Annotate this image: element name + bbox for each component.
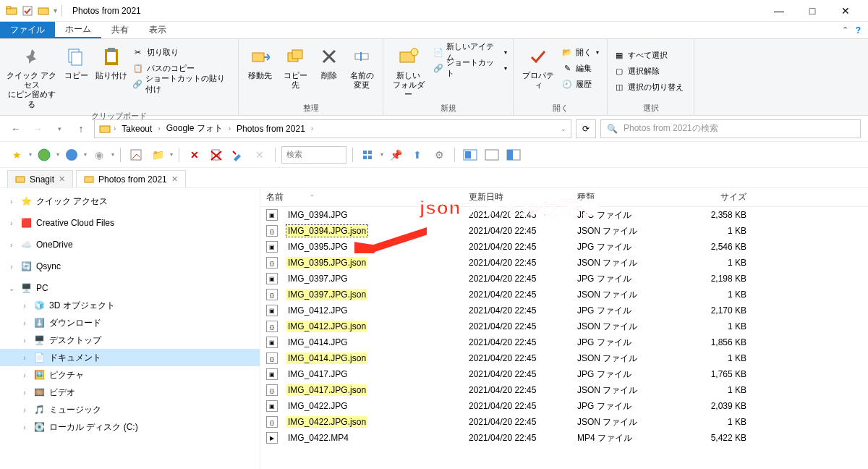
folder-tab-snagit[interactable]: Snagit ✕ bbox=[7, 170, 73, 187]
refresh-button[interactable]: ⟳ bbox=[576, 119, 596, 138]
file-row[interactable]: ▣IMG_0422.JPG 2021/04/20 22:45 JPG ファイル … bbox=[260, 398, 868, 414]
tree-item[interactable]: ›⭐クイック アクセス bbox=[0, 193, 260, 210]
back-button[interactable]: ← bbox=[7, 120, 25, 138]
tab-share[interactable]: 共有 bbox=[101, 22, 139, 38]
navigation-tree[interactable]: ›⭐クイック アクセス›🟥Creative Cloud Files›☁️OneD… bbox=[0, 188, 260, 469]
forward-button[interactable]: → bbox=[29, 120, 46, 138]
copy-button[interactable]: コピー bbox=[61, 42, 90, 80]
file-row[interactable]: ▣IMG_0414.JPG 2021/04/20 22:45 JPG ファイル … bbox=[260, 334, 868, 350]
column-date[interactable]: 更新日時 bbox=[463, 191, 571, 203]
brush-button[interactable] bbox=[229, 145, 247, 164]
expand-icon[interactable]: › bbox=[20, 406, 29, 414]
close-icon[interactable]: ✕ bbox=[171, 174, 178, 184]
new-folder-button[interactable]: 新しい フォルダー bbox=[389, 42, 428, 100]
expand-icon[interactable]: › bbox=[20, 319, 29, 327]
file-row[interactable]: ▣IMG_0397.JPG 2021/04/20 22:45 JPG ファイル … bbox=[260, 271, 868, 287]
file-row[interactable]: {}IMG_0394.JPG.json 2021/04/20 22:45 JSO… bbox=[260, 223, 868, 239]
select-none-button[interactable]: ▢選択解除 bbox=[613, 64, 684, 78]
arrow-up-button[interactable]: ⬆ bbox=[408, 145, 427, 164]
expand-icon[interactable]: › bbox=[7, 241, 16, 249]
expand-icon[interactable]: › bbox=[20, 389, 29, 397]
pane1-button[interactable] bbox=[482, 145, 501, 164]
close-icon[interactable]: ✕ bbox=[59, 174, 65, 184]
file-row[interactable]: ▣IMG_0412.JPG 2021/04/20 22:45 JPG ファイル … bbox=[260, 303, 868, 318]
tab-view[interactable]: 表示 bbox=[139, 22, 176, 38]
address-dropdown[interactable]: ⌄ bbox=[561, 125, 566, 132]
view-button[interactable] bbox=[359, 145, 378, 164]
file-row[interactable]: ▣IMG_0394.JPG 2021/04/20 22:45 JPG ファイル … bbox=[260, 207, 868, 223]
pin2-button[interactable]: 📌 bbox=[386, 145, 405, 164]
file-row[interactable]: {}IMG_0395.JPG.json 2021/04/20 22:45 JSO… bbox=[260, 255, 868, 271]
preview-button[interactable] bbox=[461, 145, 480, 164]
file-row[interactable]: {}IMG_0417.JPG.json 2021/04/20 22:45 JSO… bbox=[260, 382, 868, 398]
delete-x-button[interactable]: ✕ bbox=[185, 145, 204, 164]
new-shortcut-button[interactable]: 🔗ショートカット▾ bbox=[433, 61, 507, 75]
history-dropdown[interactable]: ▾ bbox=[51, 120, 68, 138]
up-button[interactable]: ↑ bbox=[72, 120, 90, 138]
delete-doc-button[interactable] bbox=[207, 145, 226, 164]
favorite-button[interactable]: ★ bbox=[7, 145, 26, 164]
edit-button[interactable]: ✎編集 bbox=[561, 61, 599, 75]
editor-button[interactable] bbox=[127, 145, 145, 164]
toolbar-search-input[interactable]: 検索 bbox=[281, 146, 346, 164]
gear-button[interactable]: ⚙ bbox=[430, 145, 448, 164]
search-box[interactable]: 🔍 Photos from 2021の検索 bbox=[600, 119, 861, 138]
checkbox-icon[interactable] bbox=[22, 5, 33, 17]
move-to-button[interactable]: 移動先 bbox=[244, 42, 276, 80]
maximize-button[interactable]: □ bbox=[796, 0, 829, 22]
tree-item[interactable]: ›🎵ミュージック bbox=[0, 401, 260, 418]
tree-item[interactable]: ›🧊3D オブジェクト bbox=[0, 297, 260, 314]
expand-icon[interactable]: › bbox=[20, 423, 29, 431]
tree-item[interactable]: ›☁️OneDrive bbox=[0, 236, 260, 253]
globe2-button[interactable] bbox=[62, 145, 81, 164]
paste-shortcut-button[interactable]: 🔗ショートカットの貼り付け bbox=[132, 77, 232, 91]
expand-icon[interactable]: › bbox=[7, 219, 16, 227]
file-row[interactable]: ▶IMG_0422.MP4 2021/04/20 22:45 MP4 ファイル … bbox=[260, 430, 868, 446]
address-bar[interactable]: › Takeout › Google フォト › Photos from 202… bbox=[94, 119, 571, 138]
tab-file[interactable]: ファイル bbox=[0, 22, 55, 38]
open-button[interactable]: 📂開く▾ bbox=[561, 45, 599, 59]
pane2-button[interactable] bbox=[504, 145, 523, 164]
breadcrumb[interactable]: Takeout bbox=[119, 124, 155, 134]
properties-button[interactable]: プロパティ bbox=[519, 42, 557, 90]
tab-home[interactable]: ホーム bbox=[55, 22, 101, 38]
tree-item[interactable]: ›💽ローカル ディスク (C:) bbox=[0, 418, 260, 436]
invert-selection-button[interactable]: ◫選択の切り替え bbox=[613, 80, 684, 94]
file-list[interactable]: 名前⌃ 更新日時 種類 サイズ ▣IMG_0394.JPG 2021/04/20… bbox=[260, 188, 868, 469]
copy-to-button[interactable]: コピー先 bbox=[280, 42, 311, 90]
file-row[interactable]: {}IMG_0397.JPG.json 2021/04/20 22:45 JSO… bbox=[260, 287, 868, 303]
tree-item[interactable]: ›📄ドキュメント bbox=[0, 349, 260, 366]
file-row[interactable]: {}IMG_0422.JPG.json 2021/04/20 22:45 JSO… bbox=[260, 414, 868, 430]
globe-button[interactable] bbox=[35, 145, 54, 164]
folder-open-icon[interactable] bbox=[38, 5, 49, 17]
column-size[interactable]: サイズ bbox=[680, 191, 752, 203]
rename-button[interactable]: 名前の 変更 bbox=[347, 42, 377, 90]
breadcrumb[interactable]: Google フォト bbox=[163, 122, 226, 135]
tree-item[interactable]: ⌄🖥️PC bbox=[0, 279, 260, 297]
select-all-button[interactable]: ▦すべて選択 bbox=[613, 48, 684, 62]
tree-item[interactable]: ›🟥Creative Cloud Files bbox=[0, 214, 260, 232]
file-row[interactable]: ▣IMG_0395.JPG 2021/04/20 22:45 JPG ファイル … bbox=[260, 239, 868, 255]
file-row[interactable]: {}IMG_0412.JPG.json 2021/04/20 22:45 JSO… bbox=[260, 318, 868, 334]
folder-tab-photos[interactable]: Photos from 2021 ✕ bbox=[76, 170, 186, 187]
file-row[interactable]: {}IMG_0414.JPG.json 2021/04/20 22:45 JSO… bbox=[260, 350, 868, 366]
expand-icon[interactable]: › bbox=[7, 198, 16, 206]
tree-item[interactable]: ›⬇️ダウンロード bbox=[0, 314, 260, 331]
expand-icon[interactable]: › bbox=[7, 263, 16, 271]
help-icon[interactable]: ? bbox=[856, 25, 861, 35]
column-type[interactable]: 種類 bbox=[571, 191, 680, 203]
file-row[interactable]: ▣IMG_0417.JPG 2021/04/20 22:45 JPG ファイル … bbox=[260, 366, 868, 382]
pin-to-quick-access-button[interactable]: クイック アクセス にピン留めする bbox=[6, 42, 57, 109]
paste-button[interactable]: 貼り付け bbox=[95, 42, 128, 80]
history-button[interactable]: 🕘履歴 bbox=[561, 77, 599, 91]
cut-button[interactable]: ✂切り取り bbox=[132, 45, 232, 59]
globe3-button[interactable]: ◉ bbox=[90, 145, 109, 164]
tree-item[interactable]: ›🎞️ビデオ bbox=[0, 384, 260, 401]
minimize-button[interactable]: — bbox=[762, 0, 796, 22]
delete-button[interactable]: 削除 bbox=[315, 42, 343, 80]
close-button[interactable]: ✕ bbox=[829, 0, 862, 22]
breadcrumb[interactable]: Photos from 2021 bbox=[234, 124, 308, 134]
folder-tb-button[interactable]: 📁 bbox=[148, 145, 167, 164]
tree-item[interactable]: ›🖼️ピクチャ bbox=[0, 366, 260, 384]
column-name[interactable]: 名前⌃ bbox=[260, 191, 463, 203]
